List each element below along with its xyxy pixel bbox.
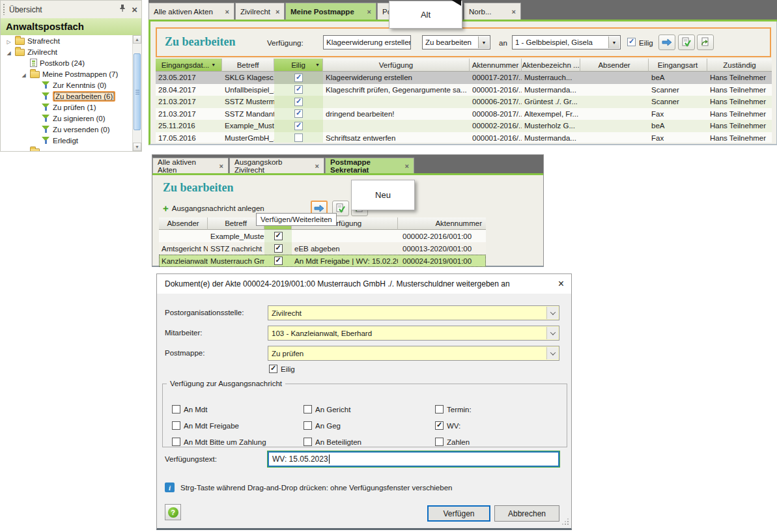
eilig-checkbox[interactable] [294, 74, 303, 82]
column-header-eingangsdatum[interactable]: Eingangsdat...▼ [156, 59, 222, 72]
chevron-down-icon[interactable]: ▼ [608, 36, 619, 48]
column-header-aktennummer[interactable]: Aktennummer [470, 59, 522, 72]
create-outgoing-message-link[interactable]: + Ausgangsnachricht anlegen [163, 203, 264, 213]
mitarbeiter-combobox[interactable]: 103 - Kanzleianwalt, Eberhard [268, 326, 559, 341]
checkbox[interactable] [435, 421, 444, 430]
column-header-verfuegung[interactable]: Verfügung [323, 59, 470, 72]
eilig-checkbox[interactable] [294, 98, 303, 106]
postmappe-combobox[interactable]: Zu prüfen [268, 346, 559, 361]
table-row[interactable]: Example_Musterho... 000002-2016/001:00 [159, 230, 486, 242]
verfuegungstext-input[interactable]: WV: 15.05.2023 [268, 451, 559, 467]
scroll-up-icon[interactable]: ▲ [133, 35, 141, 44]
column-header-zustaendig[interactable]: Zuständig [707, 59, 772, 72]
help-button[interactable]: ? [165, 504, 181, 520]
checkbox[interactable] [304, 438, 312, 446]
tree-item-strafrecht[interactable]: ▷ Strafrecht [1, 35, 141, 46]
checkbox-an-mdt-bitte-um-zahlung[interactable]: An Mdt Bitte um Zahlung [172, 438, 304, 446]
forward-checkbox[interactable] [274, 232, 283, 240]
eilig-checkbox[interactable] [294, 85, 303, 94]
forward-checkbox[interactable] [274, 257, 283, 265]
tab-close-icon[interactable]: × [315, 162, 319, 170]
column-header-betreff[interactable]: Betreff [222, 59, 274, 72]
table-row[interactable]: 28.04.2017 Unfallbeispiel_.. Klageschrif… [156, 84, 772, 96]
table-row[interactable]: 21.03.2017 SSTZ Musterm... 000006-2017/.… [156, 96, 772, 108]
tree-item-zu-bearbeiten[interactable]: Zu bearbeiten (6) [1, 91, 141, 102]
close-icon[interactable]: × [558, 279, 564, 289]
checkbox[interactable] [172, 405, 180, 413]
table-row[interactable]: Amtsgericht N... SSTZ nachricht eEB abge… [159, 242, 486, 255]
tree-item-erledigt[interactable]: Erledigt [1, 135, 141, 146]
tab-norb[interactable]: Norb...× [464, 3, 521, 20]
tree-item-zu-versenden[interactable]: Zu versenden (0) [1, 124, 141, 135]
eilig-checkbox[interactable] [269, 365, 277, 373]
tab-meine-postmappe[interactable]: Meine Postmappe× [285, 3, 376, 20]
tab-close-icon[interactable]: × [219, 162, 223, 170]
checkbox-an-geg[interactable]: An Geg [304, 421, 435, 430]
eilig-checkbox[interactable] [294, 133, 303, 142]
recipient-combobox[interactable]: 1 - Gelbbeispiel, Gisela ▼ [512, 35, 621, 49]
eilig-checkbox[interactable] [627, 38, 636, 46]
table-row-selected[interactable]: Kanzleianwalt... Musterrauch Gmb... An M… [159, 255, 486, 267]
resize-grip-icon[interactable] [562, 518, 569, 525]
tab-postmappe-sekretariat[interactable]: Postmappe Sekretariat× [325, 158, 414, 173]
checkbox[interactable] [435, 438, 444, 446]
table-row[interactable]: 17.05.2016 MusterGmbH_... Schriftsatz en… [156, 132, 772, 143]
chevron-down-icon[interactable] [546, 327, 558, 339]
tree-scrollbar[interactable]: ▲ ▼ [132, 35, 141, 151]
table-row[interactable]: 21.03.2017 SSTZ Mandant... dringend bear… [156, 108, 772, 120]
expander-collapsed-icon[interactable]: ▷ [5, 37, 12, 45]
tab-close-icon[interactable]: × [275, 8, 279, 16]
column-header-absender[interactable]: Absender [580, 59, 649, 72]
tree-item-zur-kenntnis[interactable]: Zur Kenntnis (0) [1, 79, 141, 91]
checkbox-zahlen[interactable]: Zahlen [435, 438, 556, 446]
tab-close-icon[interactable]: × [512, 8, 516, 16]
column-header-aktennummer[interactable]: Aktennummer [398, 217, 486, 230]
chevron-down-icon[interactable] [546, 347, 558, 359]
tab-close-icon[interactable]: × [405, 162, 409, 170]
eilig-checkbox-row[interactable]: Eilig [269, 365, 295, 373]
checkbox-an-mdt[interactable]: An Mdt [172, 405, 304, 413]
expander-expanded-icon[interactable]: ◢ [20, 70, 27, 78]
column-header-eilig[interactable]: Eilig▼ [274, 59, 323, 72]
expander-expanded-icon[interactable]: ◢ [5, 48, 12, 56]
document-check-button[interactable] [678, 35, 695, 50]
checkbox[interactable] [172, 421, 180, 430]
document-forward-button[interactable] [697, 35, 714, 50]
chevron-down-icon[interactable] [546, 307, 558, 319]
column-header-aktenbezeichnung[interactable]: Aktenbezeichn ... [522, 59, 580, 72]
eilig-checkbox[interactable] [294, 122, 303, 130]
tab-close-icon[interactable]: × [225, 8, 229, 16]
table-row[interactable]: 25.11.2016 Example_Must... 000002-2016/.… [156, 120, 772, 132]
checkbox[interactable] [304, 405, 312, 413]
checkbox[interactable] [172, 438, 180, 446]
tab-ausgangskorb-zivilrecht[interactable]: Ausgangskorb Zivilrecht× [229, 158, 324, 173]
column-header-absender[interactable]: Absender [159, 217, 208, 230]
tab-alle-aktiven-akten-2[interactable]: Alle aktiven Akten× [152, 158, 229, 173]
forward-checkbox[interactable] [274, 244, 283, 253]
tree-item-postkorb[interactable]: Postkorb (24) [1, 57, 141, 68]
tree-item-zu-signieren[interactable]: Zu signieren (0) [1, 113, 141, 124]
close-icon[interactable]: × [132, 5, 137, 14]
pin-icon[interactable] [119, 4, 126, 14]
checkbox-wv[interactable]: WV: [435, 421, 556, 430]
postorganisationsstelle-combobox[interactable]: Zivilrecht [268, 305, 559, 320]
abbrechen-button[interactable]: Abbrechen [494, 505, 559, 522]
tree-item-meine-postmappen[interactable]: ◢ Meine Postmappen (7) [1, 68, 141, 79]
status-combobox[interactable]: Zu bearbeiten ▼ [422, 35, 490, 49]
tab-close-icon[interactable]: × [367, 8, 371, 16]
drag-grip-icon[interactable] [3, 4, 5, 15]
scroll-down-icon[interactable]: ▼ [133, 143, 141, 151]
tab-zivilrecht[interactable]: Zivilrecht× [235, 3, 285, 20]
tree-item-zu-pruefen[interactable]: Zu prüfen (1) [1, 102, 141, 113]
tab-alle-aktiven-akten[interactable]: Alle aktiven Akten× [148, 3, 234, 20]
verfuegung-input[interactable]: Klageerwiderung erstellen [323, 35, 411, 49]
scroll-thumb[interactable] [134, 53, 141, 130]
table-row[interactable]: 23.05.2017 SKLG Klagesc.. Klageerwiderun… [156, 72, 772, 84]
checkbox[interactable] [304, 421, 312, 430]
verfuegen-button[interactable]: Verfügen [427, 505, 490, 522]
column-header-eingangsart[interactable]: Eingangsart [649, 59, 707, 72]
checkbox-an-beteiligten[interactable]: An Beteiligten [304, 438, 435, 446]
checkbox-an-mdt-freigabe[interactable]: An Mdt Freigabe [172, 421, 304, 430]
checkbox-an-gericht[interactable]: An Gericht [304, 405, 435, 413]
chevron-down-icon[interactable]: ▼ [478, 36, 489, 48]
